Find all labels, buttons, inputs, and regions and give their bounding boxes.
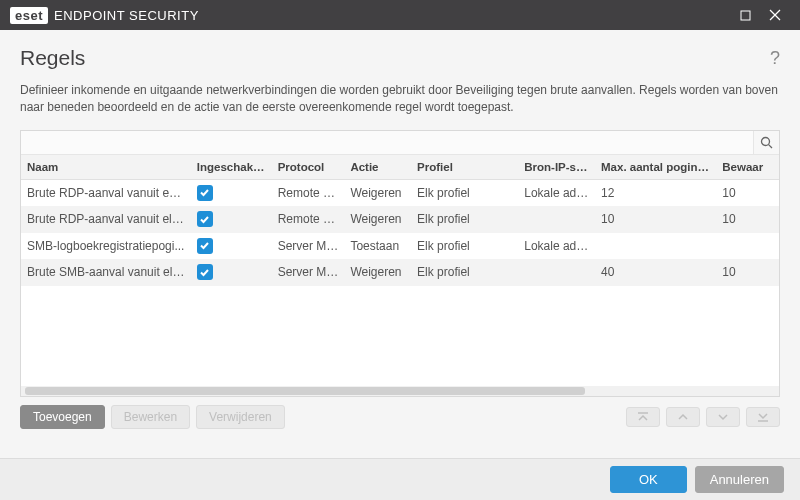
col-header-action[interactable]: Actie bbox=[344, 155, 411, 180]
checkbox-checked[interactable] bbox=[197, 238, 213, 254]
move-down-button[interactable] bbox=[706, 407, 740, 427]
cell-ipsets bbox=[518, 259, 595, 286]
cell-retention: 10 bbox=[716, 179, 779, 206]
horizontal-scrollbar[interactable] bbox=[21, 386, 779, 396]
checkbox-checked[interactable] bbox=[197, 185, 213, 201]
move-bottom-icon bbox=[757, 411, 769, 423]
svg-line-4 bbox=[769, 144, 772, 147]
brand: esetENDPOINT SECURITY bbox=[10, 8, 199, 23]
search-input[interactable] bbox=[21, 131, 753, 154]
page-title: Regels bbox=[20, 46, 85, 70]
checkbox-checked[interactable] bbox=[197, 264, 213, 280]
cell-name: Brute RDP-aanval vanuit een... bbox=[21, 179, 191, 206]
chevron-down-icon bbox=[717, 411, 729, 423]
cell-max: 40 bbox=[595, 259, 716, 286]
move-top-icon bbox=[637, 411, 649, 423]
close-icon bbox=[769, 9, 781, 21]
col-header-name[interactable]: Naam bbox=[21, 155, 191, 180]
cell-profile: Elk profiel bbox=[411, 233, 518, 260]
cancel-button[interactable]: Annuleren bbox=[695, 466, 784, 493]
cell-action: Toestaan bbox=[344, 233, 411, 260]
cell-action: Weigeren bbox=[344, 179, 411, 206]
cell-max: 12 bbox=[595, 179, 716, 206]
page-description: Definieer inkomende en uitgaande netwerk… bbox=[20, 82, 780, 116]
check-icon bbox=[199, 267, 210, 278]
scrollbar-thumb[interactable] bbox=[25, 387, 585, 395]
cell-name: SMB-logboekregistratiepogi... bbox=[21, 233, 191, 260]
cell-name: Brute SMB-aanval vanuit elk... bbox=[21, 259, 191, 286]
move-bottom-button[interactable] bbox=[746, 407, 780, 427]
square-icon bbox=[740, 10, 751, 21]
cell-enabled bbox=[191, 179, 272, 206]
cell-name: Brute RDP-aanval vanuit elk ... bbox=[21, 206, 191, 233]
delete-button[interactable]: Verwijderen bbox=[196, 405, 285, 429]
brand-eset-badge: eset bbox=[10, 7, 48, 24]
cell-retention bbox=[716, 233, 779, 260]
dialog-footer: OK Annuleren bbox=[0, 458, 800, 500]
cell-action: Weigeren bbox=[344, 259, 411, 286]
move-top-button[interactable] bbox=[626, 407, 660, 427]
cell-ipsets: Lokale adre... bbox=[518, 179, 595, 206]
table-row[interactable]: Brute RDP-aanval vanuit elk ...Remote D.… bbox=[21, 206, 779, 233]
table-row[interactable]: SMB-logboekregistratiepogi...Server Me..… bbox=[21, 233, 779, 260]
svg-rect-0 bbox=[741, 11, 750, 20]
chevron-up-icon bbox=[677, 411, 689, 423]
window-minimize-button[interactable] bbox=[730, 0, 760, 30]
cell-enabled bbox=[191, 206, 272, 233]
cell-profile: Elk profiel bbox=[411, 259, 518, 286]
ok-button[interactable]: OK bbox=[610, 466, 687, 493]
move-up-button[interactable] bbox=[666, 407, 700, 427]
cell-retention: 10 bbox=[716, 259, 779, 286]
cell-protocol: Remote D... bbox=[272, 179, 345, 206]
window-close-button[interactable] bbox=[760, 0, 790, 30]
check-icon bbox=[199, 187, 210, 198]
cell-max: 10 bbox=[595, 206, 716, 233]
col-header-enabled[interactable]: Ingeschakeld bbox=[191, 155, 272, 180]
cell-ipsets: Lokale adre... bbox=[518, 233, 595, 260]
search-icon bbox=[760, 136, 773, 149]
titlebar: esetENDPOINT SECURITY bbox=[0, 0, 800, 30]
cell-action: Weigeren bbox=[344, 206, 411, 233]
help-icon: ? bbox=[770, 48, 780, 68]
cell-protocol: Remote D... bbox=[272, 206, 345, 233]
search-button[interactable] bbox=[753, 131, 779, 154]
col-header-protocol[interactable]: Protocol bbox=[272, 155, 345, 180]
checkbox-checked[interactable] bbox=[197, 211, 213, 227]
rules-table-container: Naam Ingeschakeld Protocol Actie Profiel… bbox=[20, 130, 780, 397]
rules-table: Naam Ingeschakeld Protocol Actie Profiel… bbox=[21, 155, 779, 286]
cell-enabled bbox=[191, 233, 272, 260]
check-icon bbox=[199, 214, 210, 225]
svg-point-3 bbox=[762, 137, 770, 145]
cell-protocol: Server Me... bbox=[272, 233, 345, 260]
cell-profile: Elk profiel bbox=[411, 206, 518, 233]
action-row: Toevoegen Bewerken Verwijderen bbox=[20, 405, 780, 429]
cell-enabled bbox=[191, 259, 272, 286]
table-header-row: Naam Ingeschakeld Protocol Actie Profiel… bbox=[21, 155, 779, 180]
col-header-retention[interactable]: Bewaar bbox=[716, 155, 779, 180]
edit-button[interactable]: Bewerken bbox=[111, 405, 190, 429]
check-icon bbox=[199, 240, 210, 251]
table-empty-space bbox=[21, 286, 779, 386]
cell-max bbox=[595, 233, 716, 260]
col-header-maxattempts[interactable]: Max. aantal pogingen bbox=[595, 155, 716, 180]
cell-retention: 10 bbox=[716, 206, 779, 233]
cell-protocol: Server Me... bbox=[272, 259, 345, 286]
col-header-profile[interactable]: Profiel bbox=[411, 155, 518, 180]
content-area: Regels ? Definieer inkomende en uitgaand… bbox=[0, 30, 800, 429]
table-row[interactable]: Brute RDP-aanval vanuit een...Remote D..… bbox=[21, 179, 779, 206]
brand-product-name: ENDPOINT SECURITY bbox=[54, 8, 199, 23]
help-button[interactable]: ? bbox=[770, 48, 780, 69]
cell-profile: Elk profiel bbox=[411, 179, 518, 206]
add-button[interactable]: Toevoegen bbox=[20, 405, 105, 429]
cell-ipsets bbox=[518, 206, 595, 233]
search-row bbox=[21, 131, 779, 155]
col-header-ipsets[interactable]: Bron-IP-sets bbox=[518, 155, 595, 180]
table-row[interactable]: Brute SMB-aanval vanuit elk...Server Me.… bbox=[21, 259, 779, 286]
